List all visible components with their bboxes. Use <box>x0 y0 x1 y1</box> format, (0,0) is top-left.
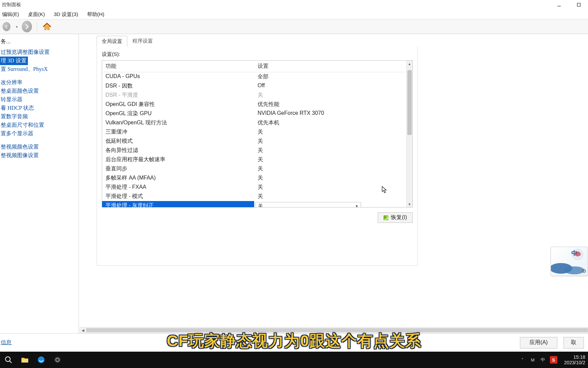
setting-combobox[interactable]: 关▼ <box>256 202 361 207</box>
col-feature[interactable]: 功能 <box>102 61 254 72</box>
table-row[interactable]: 后台应用程序最大帧速率关 <box>102 155 406 164</box>
restore-button[interactable]: 恢复(I) <box>378 212 413 223</box>
cell-feature: DSR - 平滑度 <box>102 91 254 100</box>
col-setting[interactable]: 设置 <box>254 61 406 72</box>
cell-feature: 垂直同步 <box>102 164 254 173</box>
taskbar-explorer-icon[interactable] <box>18 353 32 367</box>
toolbar-separator <box>37 22 37 31</box>
table-row[interactable]: DSR - 因数Off <box>102 81 406 91</box>
clock-date: 2023/10/2 <box>564 360 585 365</box>
cancel-button[interactable]: 取 <box>564 337 584 349</box>
tray-chevron-icon[interactable]: ˄ <box>519 356 526 363</box>
taskbar-search-icon[interactable] <box>1 353 16 367</box>
cell-feature: 平滑处理 - 模式 <box>102 192 254 201</box>
nvidia-icon <box>383 215 388 220</box>
sidebar-link-desktop-color[interactable]: 整桌面颜色设置 <box>0 87 79 95</box>
maximize-button[interactable] <box>573 1 585 9</box>
taskbar-clock[interactable]: 15:18 2023/10/2 <box>561 354 585 365</box>
sidebar-link-video-image[interactable]: 整视频图像设置 <box>0 151 79 160</box>
sidebar-link-multi-display[interactable]: 置多个显示器 <box>0 129 79 138</box>
sidebar-link-rotate-display[interactable]: 转显示器 <box>0 95 79 104</box>
table-row[interactable]: 多帧采样 AA (MFAA)关 <box>102 173 406 183</box>
table-row[interactable]: 各向异性过滤关 <box>102 146 406 155</box>
table-row[interactable]: Vulkan/OpenGL 现行方法优先本机 <box>102 118 406 127</box>
ime-panel-label: 中 <box>571 249 577 257</box>
table-row[interactable]: OpenGL GDI 兼容性优先性能 <box>102 100 406 109</box>
menu-desktop[interactable]: 桌面(K) <box>27 11 46 18</box>
sidebar-link-preview-image[interactable]: 过预览调整图像设置 <box>0 48 79 57</box>
svg-point-5 <box>5 357 10 362</box>
menu-help[interactable]: 帮助(H) <box>86 11 106 18</box>
tab-body: 设置(S): 功能 设置 CUDA - GPUs全部DSR - 因数OffDSR… <box>97 46 418 266</box>
hscroll-left-icon[interactable]: ◀ <box>80 328 86 332</box>
settings-table: 功能 设置 CUDA - GPUs全部DSR - 因数OffDSR - 平滑度关… <box>102 60 413 208</box>
restore-label: 恢复(I) <box>391 214 407 221</box>
svg-point-9 <box>54 356 61 363</box>
sidebar-group-3d: 过预览调整图像设置 理 3D 设置 置 Surround、PhysX <box>0 48 79 74</box>
menu-edit[interactable]: 编辑(E) <box>1 11 20 18</box>
taskbar-app2-icon[interactable] <box>50 353 65 367</box>
hscroll-thumb[interactable] <box>86 328 588 332</box>
tab-program[interactable]: 程序设置 <box>127 35 158 46</box>
titlebar: 控制面板 <box>0 0 588 10</box>
cell-feature: Vulkan/OpenGL 现行方法 <box>102 118 254 127</box>
cell-setting: 关 <box>254 146 406 155</box>
table-row[interactable]: 平滑处理 - 灰度纠正关▼ <box>102 201 406 207</box>
table-row[interactable]: CUDA - GPUs全部 <box>102 72 406 81</box>
cell-feature: OpenGL 渲染 GPU <box>102 109 254 118</box>
tab-global[interactable]: 全局设置 <box>97 36 127 47</box>
table-scrollbar[interactable]: ▲ ▼ <box>406 61 412 207</box>
menu-3d-settings[interactable]: 3D 设置(3) <box>52 11 80 18</box>
minimize-button[interactable] <box>553 1 565 9</box>
system-info-link[interactable]: 信息 <box>1 339 12 346</box>
home-button[interactable] <box>42 21 52 32</box>
main-horizontal-scrollbar[interactable]: ◀ <box>80 327 588 333</box>
sidebar-link-manage-3d[interactable]: 理 3D 设置 <box>0 57 28 65</box>
ime-settings-icon[interactable]: ⚙ <box>582 268 586 274</box>
cell-feature: DSR - 因数 <box>102 81 254 91</box>
cell-setting: 优先本机 <box>254 118 406 127</box>
table-row[interactable]: DSR - 平滑度关 <box>102 91 406 100</box>
ime-panel[interactable]: 中 ⚙ <box>551 247 588 276</box>
table-row[interactable]: 平滑处理 - 模式关 <box>102 192 406 201</box>
scroll-up-icon[interactable]: ▲ <box>407 61 412 67</box>
table-row[interactable]: 三重缓冲关 <box>102 127 406 137</box>
apply-button[interactable]: 应用(A) <box>520 337 557 349</box>
svg-point-8 <box>38 356 45 363</box>
main: 全局设置 程序设置 设置(S): 功能 设置 CUDA - GPUs全部DSR … <box>79 34 588 333</box>
sidebar-link-desktop-size[interactable]: 整桌面尺寸和位置 <box>0 121 79 129</box>
cell-setting: 全部 <box>254 72 406 81</box>
tray-ime1[interactable]: M <box>529 356 536 363</box>
settings-panel: 全局设置 程序设置 设置(S): 功能 设置 CUDA - GPUs全部DSR … <box>97 36 418 268</box>
cell-setting: Off <box>254 81 406 91</box>
taskbar-app1-icon[interactable] <box>34 353 48 367</box>
table-row[interactable]: 平滑处理 - FXAA关 <box>102 183 406 192</box>
table-row[interactable]: 垂直同步关 <box>102 164 406 173</box>
cell-setting: 关 <box>254 173 406 183</box>
cell-setting: 关 <box>254 137 406 146</box>
table-row[interactable]: 低延时模式关 <box>102 137 406 146</box>
bottom-bar: 信息 应用(A) 取 <box>0 333 588 352</box>
scroll-thumb[interactable] <box>407 70 412 135</box>
sidebar-link-resolution[interactable]: 改分辨率 <box>0 78 79 87</box>
back-button[interactable] <box>1 21 12 32</box>
cell-feature: OpenGL GDI 兼容性 <box>102 100 254 109</box>
sidebar-link-video-color[interactable]: 整视频颜色设置 <box>0 143 79 151</box>
window-title: 控制面板 <box>1 2 21 8</box>
body: 务... 过预览调整图像设置 理 3D 设置 置 Surround、PhysX … <box>0 34 588 333</box>
sidebar-link-hdcp[interactable]: 看 HDCP 状态 <box>0 104 79 112</box>
tray-ime2[interactable]: 中 <box>540 356 546 363</box>
sidebar-header: 务... <box>0 37 79 48</box>
table-row[interactable]: OpenGL 渲染 GPUNVIDIA GeForce RTX 3070 <box>102 109 406 118</box>
forward-button[interactable] <box>22 21 32 32</box>
scroll-down-icon[interactable]: ▼ <box>407 201 412 207</box>
sidebar-link-digital-audio[interactable]: 置数字音频 <box>0 112 79 121</box>
tray-sogou-icon[interactable]: S <box>550 356 557 364</box>
svg-line-6 <box>10 361 12 363</box>
sidebar-link-surround-physx[interactable]: 置 Surround、PhysX <box>0 65 79 74</box>
back-dropdown[interactable]: ▾ <box>14 21 19 32</box>
cell-feature: 平滑处理 - FXAA <box>102 183 254 192</box>
cell-setting: 关▼ <box>254 201 406 207</box>
cell-feature: 平滑处理 - 灰度纠正 <box>102 201 254 207</box>
toolbar: ▾ <box>0 19 588 34</box>
